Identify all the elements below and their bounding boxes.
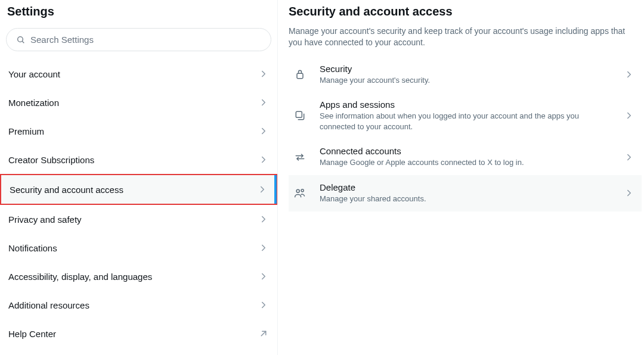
chevron-right-icon xyxy=(258,271,269,282)
search-input[interactable] xyxy=(30,35,261,45)
svg-point-6 xyxy=(301,189,304,192)
sidebar-item-label: Accessibility, display, and languages xyxy=(8,272,152,282)
sidebar-item-help-center[interactable]: Help Center xyxy=(0,319,277,348)
section-description: Manage your account's security and keep … xyxy=(289,26,642,48)
sidebar-item-label: Help Center xyxy=(8,329,56,339)
svg-point-5 xyxy=(296,189,299,192)
chevron-right-icon xyxy=(258,300,269,310)
section-title: Security and account access xyxy=(289,0,642,26)
option-security[interactable]: SecurityManage your account's security. xyxy=(289,57,642,93)
option-title: Apps and sessions xyxy=(320,99,611,110)
sidebar-item-label: Notifications xyxy=(8,243,57,253)
option-title: Connected accounts xyxy=(320,146,611,156)
sidebar-item-security-and-account-access[interactable]: Security and account access xyxy=(0,174,277,205)
apps-icon xyxy=(293,110,306,122)
option-connected-accounts[interactable]: Connected accountsManage Google or Apple… xyxy=(289,139,642,175)
chevron-right-icon xyxy=(258,214,269,225)
svg-rect-3 xyxy=(297,73,303,78)
sidebar-item-label: Your account xyxy=(8,69,60,79)
sidebar-item-label: Security and account access xyxy=(10,185,123,195)
option-delegate[interactable]: DelegateManage your shared accounts. xyxy=(289,175,642,211)
chevron-right-icon xyxy=(258,242,269,253)
sidebar-item-label: Creator Subscriptions xyxy=(8,155,94,165)
chevron-right-icon xyxy=(258,126,269,136)
sidebar-item-label: Premium xyxy=(8,126,44,136)
option-desc: Manage your account's security. xyxy=(320,75,611,86)
option-desc: See information about when you logged in… xyxy=(320,111,611,132)
external-link-icon xyxy=(258,328,269,339)
svg-line-2 xyxy=(261,331,266,336)
sidebar-item-monetization[interactable]: Monetization xyxy=(0,88,277,117)
sidebar-item-premium[interactable]: Premium xyxy=(0,117,277,145)
option-desc: Manage Google or Apple accounts connecte… xyxy=(320,157,611,168)
sidebar-item-accessibility-display-and-languages[interactable]: Accessibility, display, and languages xyxy=(0,262,277,291)
sidebar-item-privacy-and-safety[interactable]: Privacy and safety xyxy=(0,205,277,233)
option-apps-and-sessions[interactable]: Apps and sessionsSee information about w… xyxy=(289,92,642,139)
chevron-right-icon xyxy=(624,69,634,80)
chevron-right-icon xyxy=(258,154,269,165)
sidebar-item-label: Monetization xyxy=(8,98,59,108)
option-title: Delegate xyxy=(320,182,611,192)
swap-icon xyxy=(293,151,306,163)
sidebar-item-your-account[interactable]: Your account xyxy=(0,60,277,88)
sidebar-item-additional-resources[interactable]: Additional resources xyxy=(0,291,277,319)
svg-rect-4 xyxy=(296,112,302,118)
option-desc: Manage your shared accounts. xyxy=(320,194,611,204)
chevron-right-icon xyxy=(624,188,634,198)
search-icon xyxy=(16,35,26,45)
svg-point-0 xyxy=(18,36,23,42)
chevron-right-icon xyxy=(257,184,268,195)
sidebar-item-creator-subscriptions[interactable]: Creator Subscriptions xyxy=(0,145,277,174)
svg-line-1 xyxy=(22,41,24,43)
chevron-right-icon xyxy=(258,68,269,79)
option-title: Security xyxy=(320,64,611,74)
sidebar-item-label: Additional resources xyxy=(8,300,89,310)
chevron-right-icon xyxy=(624,152,634,163)
search-settings[interactable] xyxy=(6,28,271,51)
chevron-right-icon xyxy=(624,110,634,121)
sidebar-item-notifications[interactable]: Notifications xyxy=(0,233,277,262)
people-icon xyxy=(293,187,306,199)
sidebar-item-label: Privacy and safety xyxy=(8,214,82,225)
chevron-right-icon xyxy=(258,97,269,108)
settings-title: Settings xyxy=(0,0,277,26)
lock-icon xyxy=(293,68,306,80)
